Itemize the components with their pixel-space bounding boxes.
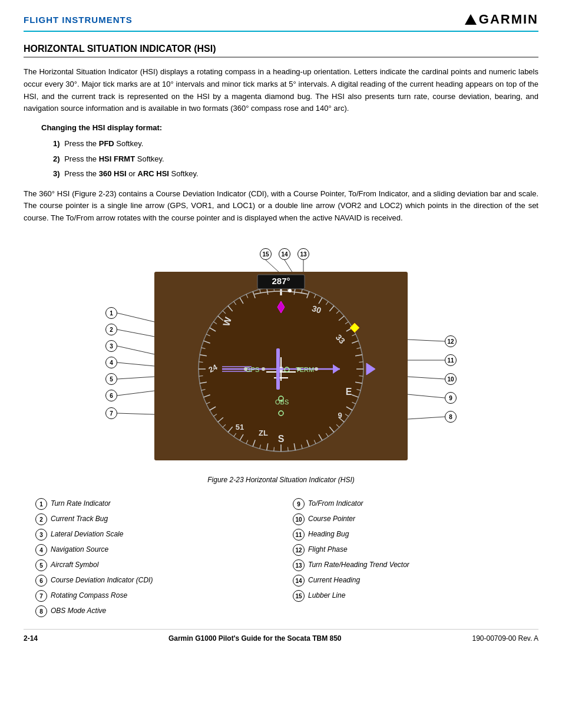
svg-line-0	[117, 313, 154, 322]
legend-item: 4 Navigation Source	[35, 544, 269, 556]
legend-item: 8 OBS Mode Active	[35, 605, 269, 617]
logo-wordmark: GARMIN	[479, 12, 538, 27]
legend-item: 3 Lateral Deviation Scale	[35, 529, 269, 541]
svg-text:TERM: TERM	[296, 366, 314, 373]
callout-7: 7	[105, 407, 117, 419]
step-3-keyword1: 360 HSI	[99, 169, 127, 178]
legend-num: 13	[293, 559, 305, 571]
callout-14: 14	[279, 248, 290, 260]
svg-line-72	[199, 362, 203, 363]
logo-triangle-icon	[465, 14, 477, 25]
callout-5: 5	[105, 373, 117, 385]
body-paragraph-1: The Horizontal Situation Indicator (HSI)…	[24, 66, 538, 115]
legend-label: OBS Mode Active	[51, 605, 106, 616]
legend-label: Course Pointer	[308, 513, 355, 524]
legend-num: 6	[35, 575, 47, 587]
legend-container: 1 Turn Rate Indicator 2 Current Track Bu…	[35, 498, 527, 617]
legend-item: 13 Turn Rate/Heading Trend Vector	[293, 559, 527, 571]
legend-num: 12	[293, 544, 305, 556]
callout-15: 15	[260, 248, 272, 260]
step-3-keyword2: ARC HSI	[138, 169, 169, 178]
svg-point-112	[262, 367, 265, 371]
legend-num: 9	[293, 498, 305, 510]
legend-label: Rotating Compass Rose	[51, 590, 127, 601]
legend-num: 14	[293, 575, 305, 587]
step-2: 2) Press the HSI FRMT Softkey.	[53, 153, 538, 165]
step-1: 1) Press the PFD Softkey.	[53, 138, 538, 150]
callout-11: 11	[445, 354, 457, 366]
legend-item: 15 Lubber Line	[293, 590, 527, 602]
svg-rect-115	[276, 348, 280, 390]
callout-13: 13	[297, 248, 309, 260]
hsi-diagram: 1 2 3 4 5 6 7 8 9 10 11 12 13 14 15	[92, 236, 470, 472]
legend-num: 5	[35, 559, 47, 571]
legend-label: Lateral Deviation Scale	[51, 529, 123, 539]
legend-label: Flight Phase	[308, 544, 348, 555]
legend-label: Navigation Source	[51, 544, 108, 555]
svg-line-36	[359, 376, 363, 377]
page-header: FLIGHT INSTRUMENTS GARMIN	[24, 12, 538, 32]
legend-item: 2 Current Track Bug	[35, 513, 269, 525]
section-heading: HORIZONTAL SITUATION INDICATOR (HSI)	[24, 44, 538, 58]
garmin-logo: GARMIN	[465, 12, 538, 27]
callout-8: 8	[445, 411, 457, 423]
svg-line-13	[285, 260, 293, 273]
svg-line-6	[117, 413, 154, 414]
callout-9: 9	[445, 392, 457, 404]
svg-line-5	[117, 391, 154, 396]
legend-item: 12 Flight Phase	[293, 544, 527, 556]
legend-num: 11	[293, 529, 305, 541]
footer-doc-num: 190-00709-00 Rev. A	[472, 634, 538, 643]
footer-page-num: 2-14	[24, 634, 38, 643]
callout-1: 1	[105, 307, 117, 319]
svg-line-2	[117, 346, 154, 354]
legend-label: Lubber Line	[308, 590, 345, 601]
legend-num: 8	[35, 605, 47, 617]
step-1-keyword: PFD	[99, 139, 114, 148]
legend-label: To/From Indicator	[308, 498, 363, 509]
svg-line-7	[408, 417, 445, 419]
step-3-text-mid: or	[128, 169, 137, 178]
callout-3: 3	[105, 340, 117, 352]
legend-num: 4	[35, 544, 47, 556]
svg-line-8	[408, 394, 445, 398]
footer-title: Garmin G1000 Pilot's Guide for the Socat…	[168, 634, 342, 643]
svg-text:51: 51	[236, 423, 244, 432]
step-2-text-after: Softkey.	[137, 154, 164, 163]
hsi-compass-svg: W 30 33 24 S E 51 9 ZL	[154, 272, 408, 460]
step-1-num: 1)	[53, 139, 60, 148]
legend-item: 1 Turn Rate Indicator	[35, 498, 269, 510]
svg-text:S: S	[278, 434, 285, 444]
callout-2: 2	[105, 324, 117, 335]
legend-label: Turn Rate Indicator	[51, 498, 111, 509]
svg-point-101	[288, 289, 292, 292]
callout-12: 12	[445, 335, 457, 347]
legend-item: 10 Course Pointer	[293, 513, 527, 525]
legend-label: Current Track Bug	[51, 513, 108, 524]
step-2-keyword: HSI FRMT	[99, 154, 135, 163]
header-title: FLIGHT INSTRUMENTS	[24, 15, 133, 25]
legend-item: 6 Course Deviation Indicator (CDI)	[35, 575, 269, 587]
svg-line-34	[359, 362, 363, 363]
svg-text:287°: 287°	[272, 276, 290, 286]
svg-line-9	[408, 377, 445, 379]
legend-num: 10	[293, 513, 305, 525]
callout-10: 10	[445, 373, 457, 385]
step-3-text-after: Softkey.	[171, 169, 199, 178]
page-footer: 2-14 Garmin G1000 Pilot's Guide for the …	[24, 629, 538, 643]
legend-item: 5 Aircraft Symbol	[35, 559, 269, 571]
svg-text:ZL: ZL	[259, 429, 268, 438]
callout-4: 4	[105, 357, 117, 368]
svg-text:9: 9	[338, 411, 342, 420]
legend-item: 7 Rotating Compass Rose	[35, 590, 269, 602]
legend-col-left: 1 Turn Rate Indicator 2 Current Track Bu…	[35, 498, 269, 617]
legend-label: Aircraft Symbol	[51, 559, 98, 570]
body-paragraph-2: The 360° HSI (Figure 2-23) contains a Co…	[24, 188, 538, 225]
svg-line-14	[266, 260, 280, 273]
svg-text:E: E	[346, 387, 352, 397]
legend-item: 9 To/From Indicator	[293, 498, 527, 510]
legend-label: Current Heading	[308, 575, 360, 585]
legend-num: 3	[35, 529, 47, 541]
step-3-text-before: Press the	[64, 169, 99, 178]
legend-num: 15	[293, 590, 305, 602]
